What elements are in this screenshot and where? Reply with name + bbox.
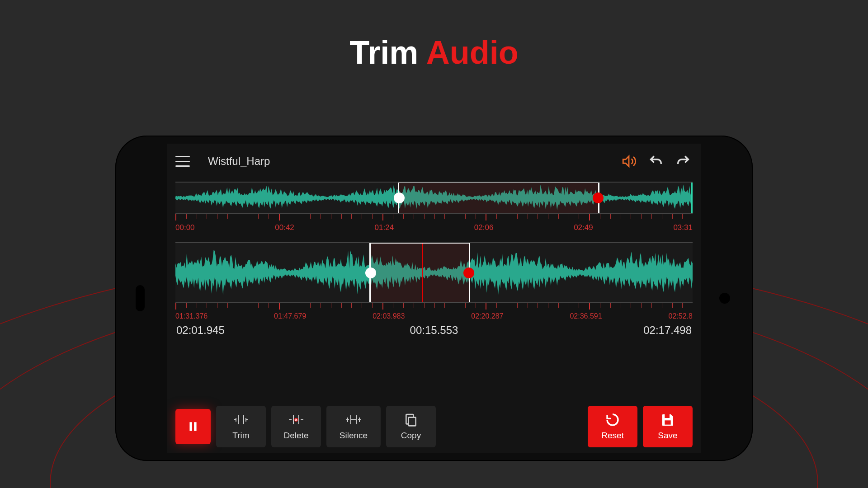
overview-ruler [175,214,693,221]
detail-ruler [175,303,693,310]
delete-button[interactable]: Delete [271,406,321,447]
overview-track[interactable]: 00:0000:4201:2402:0602:4903:31 [175,182,693,232]
copy-button[interactable]: Copy [386,406,436,447]
svg-rect-10 [409,418,416,426]
pause-button[interactable] [175,409,211,444]
redo-icon[interactable] [674,152,693,171]
svg-rect-11 [665,420,670,424]
menu-icon[interactable] [175,156,190,167]
app-screen: Wistful_Harp [167,144,701,453]
detail-end-handle[interactable] [463,267,474,278]
svg-rect-12 [665,414,670,418]
undo-icon[interactable] [646,152,665,171]
save-button[interactable]: Save [643,406,693,447]
selection-duration: 00:15.553 [410,324,458,337]
svg-rect-1 [194,422,196,431]
editor-content: 00:0000:4201:2402:0602:4903:31 01:31.376… [167,179,701,406]
detail-track[interactable]: 01:31.37601:47.67902:03.98302:20.28702:3… [175,242,693,320]
detail-time-labels: 01:31.37601:47.67902:03.98302:20.28702:3… [175,312,693,320]
time-readout: 02:01.945 00:15.553 02:17.498 [175,320,693,341]
svg-rect-0 [189,422,192,431]
reset-button[interactable]: Reset [588,406,637,447]
toolbar: Trim Delete Silence Copy Reset Save [167,406,701,453]
file-title: Wistful_Harp [198,155,611,168]
selection-end-time: 02:17.498 [643,324,692,337]
volume-icon[interactable] [619,152,638,171]
promo-title: Trim Audio [349,34,518,71]
trim-button[interactable]: Trim [216,406,266,447]
overview-selection[interactable] [398,182,599,214]
overview-time-labels: 00:0000:4201:2402:0602:4903:31 [175,223,693,232]
playhead[interactable] [422,244,423,302]
top-bar: Wistful_Harp [167,144,701,179]
selection-end-handle[interactable] [593,192,604,203]
detail-selection[interactable] [369,242,470,303]
detail-start-handle[interactable] [365,267,376,278]
phone-frame: Wistful_Harp [115,136,753,461]
selection-start-handle[interactable] [394,192,405,203]
selection-start-time: 02:01.945 [176,324,225,337]
silence-button[interactable]: Silence [326,406,381,447]
